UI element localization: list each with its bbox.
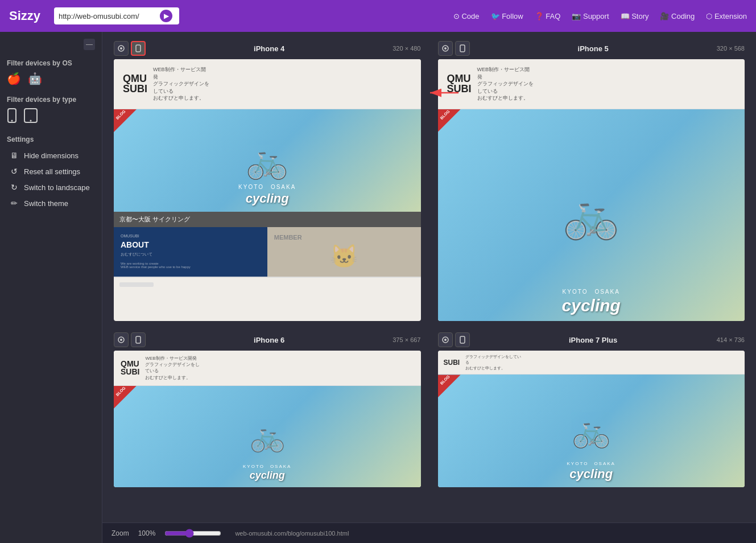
nav-faq[interactable]: ❓ FAQ (535, 12, 561, 20)
type-filter-icons (7, 108, 95, 125)
svg-point-5 (120, 47, 122, 50)
svg-rect-9 (460, 45, 465, 52)
url-input[interactable] (59, 12, 155, 20)
view-btn-frame-iphone6[interactable] (131, 332, 146, 347)
app-logo: Sizzy (9, 9, 40, 23)
device-iphone6-dims: 375 × 667 (393, 336, 420, 343)
svg-rect-15 (460, 336, 465, 343)
device-iphone6-name: iPhone 6 (150, 336, 388, 344)
svg-point-11 (120, 339, 122, 341)
device-iphone7plus-header: iPhone 7 Plus 414 × 736 (438, 332, 745, 347)
svg-rect-6 (136, 45, 141, 52)
device-iphone4-dims: 320 × 480 (393, 45, 420, 52)
device-iphone5-preview[interactable]: QMUSUBI WEB制作・サービス開発グラフィックデザインをしているおむすびと… (438, 59, 745, 321)
sidebar: — Filter devices by OS 🍎 🤖 Filter device… (0, 32, 102, 543)
view-icons-iphone7plus (438, 332, 470, 347)
view-btn-frame-iphone7plus[interactable] (455, 332, 470, 347)
go-button[interactable]: ▶ (160, 10, 172, 22)
device-iphone4-name: iPhone 4 (150, 44, 388, 53)
device-iphone7plus-preview[interactable]: SUBI グラフィックデザインをしているおむすびと申します。 BLOG 🚲 KY… (438, 351, 745, 487)
collapse-sidebar-button[interactable]: — (84, 39, 95, 50)
apple-icon[interactable]: 🍎 (7, 72, 21, 85)
device-iphone4-preview[interactable]: QMUSUBI WEB制作・サービス開発グラフィックデザインをしているおむすびと… (114, 59, 421, 321)
nav-support[interactable]: 📷 Support (572, 12, 609, 20)
reset-settings-item[interactable]: ↺ Reset all settings (7, 164, 95, 179)
device-iphone4-header: iPhone 4 320 × 480 (114, 41, 421, 56)
view-btn-full-iphone6[interactable] (114, 332, 129, 347)
nav-extension[interactable]: ⬡ Extension (706, 12, 747, 20)
svg-point-8 (444, 47, 447, 50)
tablet-icon[interactable] (24, 108, 38, 125)
view-icons-iphone4 (114, 41, 146, 56)
zoom-label: Zoom (111, 529, 129, 537)
view-icons-iphone5 (438, 41, 470, 56)
view-btn-frame-iphone4[interactable] (131, 41, 146, 56)
view-btn-frame-iphone5[interactable] (455, 41, 470, 56)
main-layout: — Filter devices by OS 🍎 🤖 Filter device… (0, 32, 756, 543)
device-iphone5-name: iPhone 5 (474, 44, 712, 53)
hide-dimensions-label: Hide dimensions (24, 151, 79, 160)
view-icons-iphone6 (114, 332, 146, 347)
landscape-icon: ↻ (9, 183, 19, 192)
device-iphone7plus-name: iPhone 7 Plus (474, 336, 712, 344)
switch-theme-item[interactable]: ✏ Switch theme (7, 196, 95, 211)
device-iphone6-preview[interactable]: QMUSUBI WEB制作・サービス開発グラフィックデザインをしているおむすびと… (114, 351, 421, 487)
switch-landscape-label: Switch to landscape (24, 183, 90, 192)
device-iphone6-header: iPhone 6 375 × 667 (114, 332, 421, 347)
device-iphone5-header: iPhone 5 320 × 568 (438, 41, 745, 56)
nav-follow[interactable]: 🐦 Follow (491, 12, 523, 20)
nav-links: ⊙ Code 🐦 Follow ❓ FAQ 📷 Support 📖 Story … (453, 12, 747, 20)
theme-icon: ✏ (9, 199, 19, 208)
reset-settings-label: Reset all settings (24, 167, 80, 176)
nav-story[interactable]: 📖 Story (621, 12, 649, 20)
device-iphone4: iPhone 4 320 × 480 QMUSUBI WEB制作・サービス開発グ… (114, 41, 421, 321)
svg-rect-12 (136, 336, 141, 343)
nav-code[interactable]: ⊙ Code (453, 12, 480, 20)
view-btn-full-iphone4[interactable] (114, 41, 129, 56)
device-iphone5-dims: 320 × 568 (717, 45, 745, 52)
monitor-icon: 🖥 (9, 151, 19, 160)
switch-landscape-item[interactable]: ↻ Switch to landscape (7, 180, 95, 195)
view-btn-full-iphone5[interactable] (438, 41, 453, 56)
hide-dimensions-item[interactable]: 🖥 Hide dimensions (7, 148, 95, 163)
device-iphone6: iPhone 6 375 × 667 QMUSUBI WEB制作・サービス開発グ… (114, 332, 421, 487)
view-btn-full-iphone7plus[interactable] (438, 332, 453, 347)
devices-grid: iPhone 4 320 × 480 QMUSUBI WEB制作・サービス開発グ… (102, 32, 756, 516)
app-header: Sizzy ▶ ⊙ Code 🐦 Follow ❓ FAQ 📷 Support … (0, 0, 756, 32)
filter-os-label: Filter devices by OS (7, 59, 95, 67)
phone-icon[interactable] (7, 108, 17, 125)
svg-point-3 (30, 120, 32, 122)
svg-point-1 (11, 120, 13, 122)
device-iphone5: iPhone 5 320 × 568 QMUSUBI WEB制作・サービス開発グ… (438, 41, 745, 321)
nav-coding[interactable]: 🎥 Coding (660, 12, 695, 20)
device-iphone7plus: iPhone 7 Plus 414 × 736 SUBI グラフィックデザインを… (438, 332, 745, 487)
filter-type-label: Filter devices by type (7, 96, 95, 104)
svg-point-14 (444, 339, 447, 341)
android-icon[interactable]: 🤖 (28, 72, 42, 85)
content-area: iPhone 4 320 × 480 QMUSUBI WEB制作・サービス開発グ… (102, 32, 756, 543)
zoom-slider[interactable] (164, 529, 221, 538)
bottom-bar: Zoom 100% web-omusubi.com/blog/omusubi10… (102, 523, 756, 543)
url-bar[interactable]: ▶ (54, 7, 179, 24)
device-iphone7plus-dims: 414 × 736 (717, 336, 745, 343)
zoom-value: 100% (138, 529, 156, 537)
reset-icon: ↺ (9, 167, 19, 176)
settings-list: 🖥 Hide dimensions ↺ Reset all settings ↻… (7, 148, 95, 211)
settings-label: Settings (7, 135, 95, 143)
os-filter-icons: 🍎 🤖 (7, 72, 95, 85)
status-url: web-omusubi.com/blog/omusubi100.html (235, 530, 349, 537)
switch-theme-label: Switch theme (24, 199, 68, 208)
